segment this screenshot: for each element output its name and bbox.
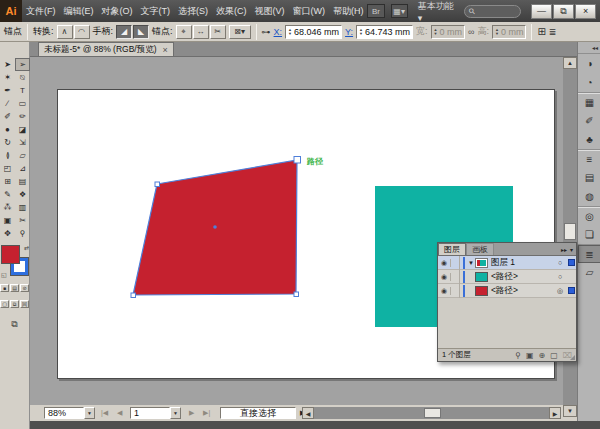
x-input[interactable]: ▲▼ 68.046 mm: [285, 25, 342, 39]
menu-select[interactable]: 选择(S): [174, 0, 212, 22]
lasso-tool[interactable]: ⍉: [15, 71, 30, 84]
layer-name[interactable]: 图层 1: [491, 257, 554, 269]
anchor-point[interactable]: [155, 182, 160, 187]
line-segment-tool[interactable]: ∕: [0, 97, 15, 110]
vertical-scrollbar[interactable]: ▲ ▼: [563, 57, 577, 417]
gradient-tool[interactable]: ▤: [15, 175, 30, 188]
prev-artboard-button[interactable]: ◀: [114, 407, 125, 419]
isolate-selected-button[interactable]: ⊠▾: [229, 25, 251, 39]
pen-tool[interactable]: ✒: [0, 84, 15, 97]
remove-anchor-button[interactable]: ⌖: [176, 25, 192, 39]
path-thumbnail[interactable]: [475, 286, 488, 296]
menu-type[interactable]: 文字(T): [136, 0, 174, 22]
new-layer-icon[interactable]: ▢: [550, 351, 558, 360]
slice-tool[interactable]: ✂: [15, 214, 30, 227]
free-transform-tool[interactable]: ▱: [15, 149, 30, 162]
minimize-button[interactable]: —: [531, 4, 552, 19]
collapse-panel-icon[interactable]: ▸▸: [561, 246, 567, 253]
search-input[interactable]: ⚲: [464, 5, 521, 18]
transform-panel-icon[interactable]: ⊞: [537, 26, 545, 37]
draw-inside-button[interactable]: 回: [20, 300, 29, 308]
none-mode-button[interactable]: ⊘: [20, 284, 29, 292]
hand-tool[interactable]: ✥: [0, 227, 15, 240]
graphic-styles-panel-icon[interactable]: ❏: [578, 225, 600, 244]
zoom-level-field[interactable]: 88%: [44, 407, 84, 419]
tab-artboards[interactable]: 画板: [466, 243, 494, 255]
color-panel-icon[interactable]: ◑: [578, 54, 600, 73]
anchor-point-highlighted[interactable]: [294, 157, 301, 164]
visibility-icon[interactable]: ◉: [438, 287, 451, 295]
layer-row[interactable]: ◉ <路径> ○: [438, 270, 576, 284]
x-label[interactable]: X:: [274, 27, 283, 37]
scroll-down-icon[interactable]: ▼: [563, 405, 577, 417]
column-graph-tool[interactable]: ▥: [15, 201, 30, 214]
link-dimensions-icon[interactable]: ∞: [468, 27, 474, 37]
y-label[interactable]: Y:: [345, 27, 353, 37]
scroll-right-icon[interactable]: ▶: [549, 407, 561, 419]
close-tab-icon[interactable]: ×: [163, 45, 168, 55]
vertical-scroll-thumb[interactable]: [564, 223, 576, 240]
screen-mode-button[interactable]: ⧉: [7, 318, 23, 331]
default-swatches-icon[interactable]: ◱: [1, 271, 7, 278]
lock-cell[interactable]: [451, 270, 460, 284]
path-name[interactable]: <路径>: [491, 271, 554, 283]
blend-tool[interactable]: ❖: [15, 188, 30, 201]
direct-selection-tool[interactable]: ➢: [15, 58, 30, 71]
selection-indicator[interactable]: [566, 259, 576, 266]
brushes-panel-icon[interactable]: ✐: [578, 111, 600, 130]
panel-menu-icon[interactable]: ▾: [570, 246, 573, 253]
expand-panels-icon[interactable]: ◂◂: [578, 42, 600, 54]
artboard-tool[interactable]: ▣: [0, 214, 15, 227]
clipping-mask-icon[interactable]: ▣: [526, 351, 534, 360]
selection-indicator[interactable]: [566, 287, 576, 294]
panel-menu-icon[interactable]: ≣: [549, 27, 557, 37]
scale-tool[interactable]: ⇲: [15, 136, 30, 149]
horizontal-scroll-thumb[interactable]: [424, 408, 441, 418]
bridge-button[interactable]: Br: [367, 4, 384, 18]
menu-file[interactable]: 文件(F): [22, 0, 60, 22]
layer-row[interactable]: ◉ ▼ 图层 1 ○: [438, 256, 576, 270]
scroll-left-icon[interactable]: ◀: [302, 407, 314, 419]
arrange-documents-button[interactable]: ▦▾: [391, 4, 408, 18]
rotate-tool[interactable]: ↻: [0, 136, 15, 149]
target-icon[interactable]: ○: [554, 273, 566, 280]
menu-view[interactable]: 视图(V): [250, 0, 288, 22]
mesh-tool[interactable]: ⊞: [0, 175, 15, 188]
blob-brush-tool[interactable]: ●: [0, 123, 15, 136]
eyedropper-tool[interactable]: ✎: [0, 188, 15, 201]
lock-cell[interactable]: [451, 284, 460, 298]
draw-behind-button[interactable]: ⧉: [10, 300, 19, 308]
expand-layer-icon[interactable]: ▼: [467, 260, 475, 266]
show-handles-button[interactable]: ◢: [116, 25, 132, 39]
locate-object-icon[interactable]: ⚲: [515, 351, 521, 360]
panel-resize-handle[interactable]: [570, 355, 575, 360]
artboard-number-field[interactable]: 1: [130, 407, 170, 419]
color-mode-button[interactable]: ■: [0, 284, 9, 292]
gradient-mode-button[interactable]: ▤: [10, 284, 19, 292]
symbols-panel-icon[interactable]: ♣: [578, 130, 600, 149]
target-icon[interactable]: ◎: [554, 287, 566, 295]
magic-wand-tool[interactable]: ✶: [0, 71, 15, 84]
stroke-panel-icon[interactable]: ≡: [578, 149, 600, 168]
menu-effect[interactable]: 效果(C): [212, 0, 251, 22]
connect-endpoints-button[interactable]: ↔: [193, 25, 209, 39]
width-tool[interactable]: ≬: [0, 149, 15, 162]
spinner-arrows-icon[interactable]: ▲▼: [288, 28, 292, 36]
cut-path-button[interactable]: ✂: [210, 25, 226, 39]
rectangle-tool[interactable]: ▭: [15, 97, 30, 110]
shape-builder-tool[interactable]: ◰: [0, 162, 15, 175]
gradient-panel-icon[interactable]: ▤: [578, 168, 600, 187]
new-sublayer-icon[interactable]: ⊕: [539, 351, 546, 360]
document-tab[interactable]: 未标题-5* @ 88% (RGB/预览) ×: [38, 42, 174, 56]
type-tool[interactable]: T: [15, 84, 30, 97]
anchor-point[interactable]: [294, 292, 299, 297]
tab-layers[interactable]: 图层: [438, 243, 466, 255]
selection-tool[interactable]: ➤: [0, 58, 15, 71]
restore-button[interactable]: ⧉: [553, 4, 574, 19]
paintbrush-tool[interactable]: ✐: [0, 110, 15, 123]
swap-swatches-icon[interactable]: ⇄: [24, 244, 29, 251]
menu-window[interactable]: 窗口(W): [288, 0, 329, 22]
path-thumbnail[interactable]: [475, 272, 488, 282]
transparency-panel-icon[interactable]: ◍: [578, 187, 600, 206]
pencil-tool[interactable]: ✏: [15, 110, 30, 123]
